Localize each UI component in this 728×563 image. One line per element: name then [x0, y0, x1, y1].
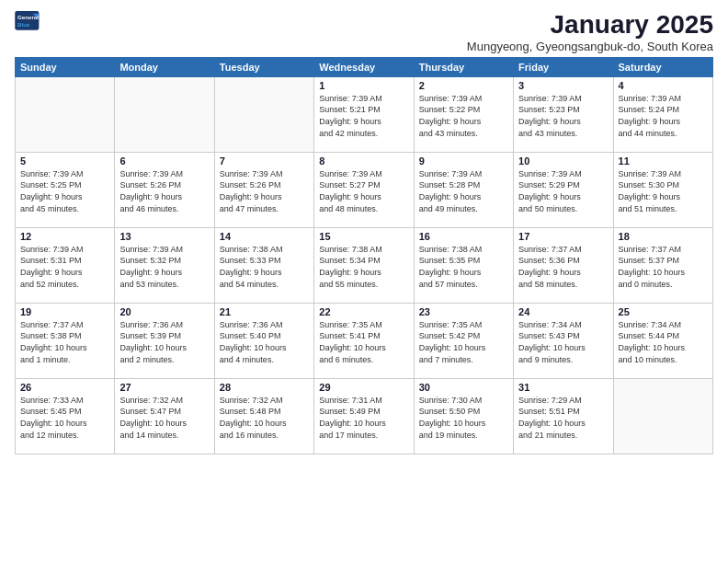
day-cell: 7Sunrise: 7:39 AM Sunset: 5:26 PM Daylig… [214, 152, 313, 227]
day-number: 15 [319, 231, 408, 242]
day-cell [115, 76, 214, 152]
day-info: Sunrise: 7:39 AM Sunset: 5:24 PM Dayligh… [619, 93, 708, 139]
day-cell: 15Sunrise: 7:38 AM Sunset: 5:34 PM Dayli… [314, 227, 414, 303]
day-number: 23 [419, 306, 508, 317]
day-cell: 4Sunrise: 7:39 AM Sunset: 5:24 PM Daylig… [613, 76, 712, 152]
day-cell: 12Sunrise: 7:39 AM Sunset: 5:31 PM Dayli… [16, 227, 115, 303]
day-number: 12 [20, 231, 109, 242]
day-cell [613, 378, 712, 454]
day-number: 8 [319, 155, 408, 167]
day-info: Sunrise: 7:39 AM Sunset: 5:29 PM Dayligh… [518, 168, 608, 214]
calendar-page: General Blue January 2025 Mungyeong, Gye… [0, 0, 728, 563]
day-cell: 13Sunrise: 7:39 AM Sunset: 5:32 PM Dayli… [115, 227, 214, 303]
day-number: 6 [119, 155, 209, 167]
day-cell: 19Sunrise: 7:37 AM Sunset: 5:38 PM Dayli… [16, 303, 115, 378]
day-number: 11 [619, 155, 708, 167]
location-subtitle: Mungyeong, Gyeongsangbuk-do, South Korea [467, 40, 713, 53]
header-wednesday: Wednesday [314, 57, 414, 76]
day-cell [16, 76, 115, 152]
day-cell: 1Sunrise: 7:39 AM Sunset: 5:21 PM Daylig… [314, 76, 414, 152]
day-cell: 31Sunrise: 7:29 AM Sunset: 5:51 PM Dayli… [514, 378, 613, 454]
day-info: Sunrise: 7:37 AM Sunset: 5:37 PM Dayligh… [619, 244, 708, 290]
day-cell: 3Sunrise: 7:39 AM Sunset: 5:23 PM Daylig… [514, 76, 613, 152]
day-info: Sunrise: 7:39 AM Sunset: 5:26 PM Dayligh… [119, 168, 209, 214]
day-number: 1 [319, 80, 408, 91]
day-number: 28 [220, 382, 309, 393]
day-number: 14 [220, 231, 309, 242]
day-info: Sunrise: 7:39 AM Sunset: 5:21 PM Dayligh… [319, 93, 408, 139]
week-row-2: 12Sunrise: 7:39 AM Sunset: 5:31 PM Dayli… [16, 227, 713, 303]
day-number: 10 [518, 155, 608, 167]
day-number: 25 [619, 306, 708, 317]
day-number: 7 [220, 155, 309, 167]
week-row-1: 5Sunrise: 7:39 AM Sunset: 5:25 PM Daylig… [16, 152, 713, 227]
day-info: Sunrise: 7:39 AM Sunset: 5:26 PM Dayligh… [220, 168, 309, 214]
day-number: 26 [20, 382, 109, 393]
day-info: Sunrise: 7:32 AM Sunset: 5:47 PM Dayligh… [119, 395, 209, 441]
logo-icon: General Blue [15, 11, 40, 31]
day-number: 30 [419, 382, 508, 393]
day-info: Sunrise: 7:32 AM Sunset: 5:48 PM Dayligh… [220, 395, 309, 441]
day-number: 24 [518, 306, 608, 317]
header-friday: Friday [514, 57, 613, 76]
day-cell: 18Sunrise: 7:37 AM Sunset: 5:37 PM Dayli… [613, 227, 712, 303]
day-cell: 28Sunrise: 7:32 AM Sunset: 5:48 PM Dayli… [214, 378, 313, 454]
day-number: 9 [419, 155, 508, 167]
day-info: Sunrise: 7:34 AM Sunset: 5:43 PM Dayligh… [518, 319, 608, 365]
day-cell: 21Sunrise: 7:36 AM Sunset: 5:40 PM Dayli… [214, 303, 313, 378]
day-cell: 10Sunrise: 7:39 AM Sunset: 5:29 PM Dayli… [514, 152, 613, 227]
day-cell: 17Sunrise: 7:37 AM Sunset: 5:36 PM Dayli… [514, 227, 613, 303]
day-cell: 2Sunrise: 7:39 AM Sunset: 5:22 PM Daylig… [414, 76, 513, 152]
week-row-0: 1Sunrise: 7:39 AM Sunset: 5:21 PM Daylig… [16, 76, 713, 152]
day-number: 17 [518, 231, 608, 242]
day-number: 31 [518, 382, 608, 393]
day-cell: 20Sunrise: 7:36 AM Sunset: 5:39 PM Dayli… [115, 303, 214, 378]
day-info: Sunrise: 7:38 AM Sunset: 5:33 PM Dayligh… [220, 244, 309, 290]
day-cell: 6Sunrise: 7:39 AM Sunset: 5:26 PM Daylig… [115, 152, 214, 227]
svg-text:Blue: Blue [17, 21, 30, 28]
day-info: Sunrise: 7:29 AM Sunset: 5:51 PM Dayligh… [518, 395, 608, 441]
day-info: Sunrise: 7:36 AM Sunset: 5:40 PM Dayligh… [220, 319, 309, 365]
day-cell: 23Sunrise: 7:35 AM Sunset: 5:42 PM Dayli… [414, 303, 513, 378]
day-number: 4 [619, 80, 708, 91]
day-cell [214, 76, 313, 152]
day-cell: 5Sunrise: 7:39 AM Sunset: 5:25 PM Daylig… [16, 152, 115, 227]
month-title: January 2025 [467, 11, 713, 40]
day-info: Sunrise: 7:37 AM Sunset: 5:38 PM Dayligh… [20, 319, 109, 365]
day-number: 27 [119, 382, 209, 393]
day-cell: 16Sunrise: 7:38 AM Sunset: 5:35 PM Dayli… [414, 227, 513, 303]
header-thursday: Thursday [414, 57, 513, 76]
title-section: January 2025 Mungyeong, Gyeongsangbuk-do… [467, 11, 713, 53]
day-cell: 8Sunrise: 7:39 AM Sunset: 5:27 PM Daylig… [314, 152, 414, 227]
day-number: 3 [518, 80, 608, 91]
day-cell: 27Sunrise: 7:32 AM Sunset: 5:47 PM Dayli… [115, 378, 214, 454]
day-info: Sunrise: 7:34 AM Sunset: 5:44 PM Dayligh… [619, 319, 708, 365]
day-info: Sunrise: 7:39 AM Sunset: 5:27 PM Dayligh… [319, 168, 408, 214]
day-info: Sunrise: 7:30 AM Sunset: 5:50 PM Dayligh… [419, 395, 508, 441]
day-info: Sunrise: 7:39 AM Sunset: 5:25 PM Dayligh… [20, 168, 109, 214]
day-info: Sunrise: 7:38 AM Sunset: 5:34 PM Dayligh… [319, 244, 408, 290]
day-cell: 9Sunrise: 7:39 AM Sunset: 5:28 PM Daylig… [414, 152, 513, 227]
day-info: Sunrise: 7:39 AM Sunset: 5:28 PM Dayligh… [419, 168, 508, 214]
day-info: Sunrise: 7:39 AM Sunset: 5:32 PM Dayligh… [119, 244, 209, 290]
day-info: Sunrise: 7:35 AM Sunset: 5:41 PM Dayligh… [319, 319, 408, 365]
day-info: Sunrise: 7:31 AM Sunset: 5:49 PM Dayligh… [319, 395, 408, 441]
day-info: Sunrise: 7:36 AM Sunset: 5:39 PM Dayligh… [119, 319, 209, 365]
svg-text:General: General [17, 14, 39, 20]
day-info: Sunrise: 7:37 AM Sunset: 5:36 PM Dayligh… [518, 244, 608, 290]
day-number: 22 [319, 306, 408, 317]
day-cell: 14Sunrise: 7:38 AM Sunset: 5:33 PM Dayli… [214, 227, 313, 303]
week-row-3: 19Sunrise: 7:37 AM Sunset: 5:38 PM Dayli… [16, 303, 713, 378]
day-cell: 22Sunrise: 7:35 AM Sunset: 5:41 PM Dayli… [314, 303, 414, 378]
day-number: 13 [119, 231, 209, 242]
logo: General Blue [15, 11, 40, 31]
day-info: Sunrise: 7:39 AM Sunset: 5:23 PM Dayligh… [518, 93, 608, 139]
day-cell: 25Sunrise: 7:34 AM Sunset: 5:44 PM Dayli… [613, 303, 712, 378]
weekday-header-row: Sunday Monday Tuesday Wednesday Thursday… [16, 57, 713, 76]
day-info: Sunrise: 7:35 AM Sunset: 5:42 PM Dayligh… [419, 319, 508, 365]
header-saturday: Saturday [613, 57, 712, 76]
day-number: 19 [20, 306, 109, 317]
calendar-table: Sunday Monday Tuesday Wednesday Thursday… [15, 57, 713, 454]
header: General Blue January 2025 Mungyeong, Gye… [15, 11, 713, 53]
day-number: 21 [220, 306, 309, 317]
